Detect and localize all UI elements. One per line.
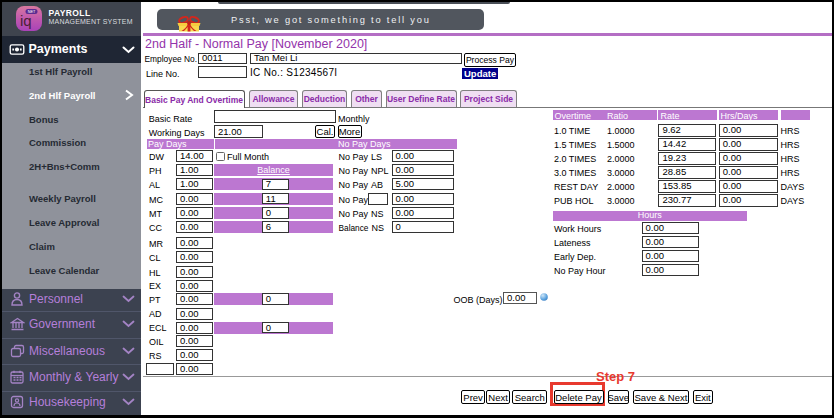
svg-text:iq: iq bbox=[20, 12, 32, 29]
svg-text:NET: NET bbox=[28, 10, 36, 14]
